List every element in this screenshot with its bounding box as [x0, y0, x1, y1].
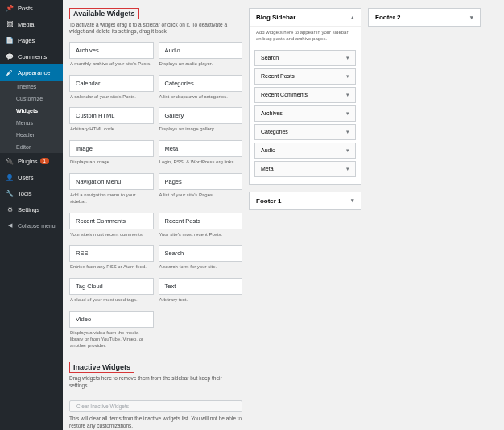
submenu-item[interactable]: Menus — [0, 117, 63, 129]
clear-note: This will clear all items from the inact… — [69, 416, 242, 429]
widget-handle[interactable]: Meta — [159, 140, 243, 157]
submenu-item[interactable]: Themes — [0, 81, 63, 93]
widget-desc: Entries from any RSS or Atom feed. — [69, 262, 154, 275]
chevron-down-icon: ▾ — [346, 147, 349, 154]
menu-label: Settings — [18, 206, 39, 213]
menu-appearance[interactable]: 🖌 Appearance — [0, 64, 63, 81]
submenu-item[interactable]: Editor — [0, 141, 63, 153]
available-widget: ArchivesA monthly archive of your site's… — [69, 42, 154, 72]
menu-icon: 👤 — [6, 173, 14, 181]
widget-handle[interactable]: Custom HTML — [69, 107, 154, 124]
chevron-up-icon: ▴ — [351, 14, 354, 21]
menu-label: Posts — [18, 5, 33, 12]
available-widget: Tag CloudA cloud of your most used tags. — [69, 278, 154, 308]
chevron-down-icon: ▾ — [346, 55, 349, 61]
widget-area-footer1: Footer 1 ▾ — [249, 192, 361, 210]
menu-label: Appearance — [18, 69, 50, 76]
placed-widget[interactable]: Recent Comments▾ — [254, 87, 356, 103]
widget-desc: A list of your site's Pages. — [159, 190, 243, 204]
menu-icon: 💬 — [6, 52, 14, 60]
submenu-item[interactable]: Widgets — [0, 105, 63, 117]
menu-icon: 📄 — [6, 36, 14, 44]
menu-item[interactable]: 📄Pages — [0, 32, 63, 48]
submenu-item[interactable]: Header — [0, 129, 63, 141]
menu-item[interactable]: 💬Comments — [0, 48, 63, 64]
widget-handle[interactable]: Text — [159, 278, 243, 295]
area-header[interactable]: Blog Sidebar ▴ — [250, 9, 361, 27]
placed-widget[interactable]: Audio▾ — [254, 143, 356, 159]
available-widget: CalendarA calendar of your site's Posts. — [69, 75, 154, 105]
available-widget: MetaLogin, RSS, & WordPress.org links. — [159, 140, 243, 171]
menu-icon: 🔌 — [6, 157, 14, 165]
area-desc: Add widgets here to appear in your sideb… — [250, 27, 361, 48]
collapse-label: Collapse menu — [18, 223, 56, 229]
widget-area-blog-sidebar: Blog Sidebar ▴ Add widgets here to appea… — [249, 8, 361, 185]
menu-item[interactable]: 🖾Media — [0, 16, 63, 32]
placed-widget[interactable]: Archives▾ — [254, 105, 356, 122]
available-widget: Custom HTMLArbitrary HTML code. — [69, 107, 154, 138]
widget-desc: Add a navigation menu to your sidebar. — [69, 190, 154, 210]
menu-item[interactable]: 🔌Plugins1 — [0, 153, 63, 169]
widget-handle[interactable]: Audio — [159, 42, 243, 59]
available-instructions: To activate a widget drag it to a sideba… — [69, 22, 242, 35]
area-title: Blog Sidebar — [256, 14, 295, 21]
update-badge: 1 — [40, 158, 49, 164]
widget-handle[interactable]: Recent Comments — [69, 213, 154, 229]
available-widget: CategoriesA list or dropdown of categori… — [159, 75, 243, 105]
menu-item[interactable]: ⚙Settings — [0, 201, 63, 217]
widget-handle[interactable]: Calendar — [69, 75, 154, 92]
appearance-submenu: ThemesCustomizeWidgetsMenusHeaderEditor — [0, 81, 63, 153]
chevron-down-icon: ▾ — [346, 110, 349, 117]
menu-item[interactable]: 📌Posts — [0, 0, 63, 16]
widget-area-footer2: Footer 2 ▾ — [368, 8, 481, 27]
inactive-instructions: Drag widgets here to remove them from th… — [69, 375, 242, 389]
widget-handle[interactable]: Tag Cloud — [69, 278, 154, 295]
menu-label: Tools — [18, 190, 32, 197]
widget-handle[interactable]: Video — [69, 311, 154, 328]
chevron-down-icon: ▾ — [351, 197, 354, 204]
widget-handle[interactable]: Archives — [69, 42, 154, 59]
widget-desc: Your site's most recent Posts. — [159, 229, 243, 243]
widget-handle[interactable]: Recent Posts — [159, 213, 243, 229]
collapse-menu[interactable]: ◀ Collapse menu — [0, 217, 63, 234]
widget-handle[interactable]: RSS — [69, 245, 154, 262]
placed-widget-label: Categories — [261, 129, 288, 134]
widget-desc: A calendar of your site's Posts. — [69, 92, 154, 105]
available-widget: Navigation MenuAdd a navigation menu to … — [69, 173, 154, 210]
widget-handle[interactable]: Search — [159, 245, 243, 262]
widget-desc: Displays an image. — [69, 157, 154, 171]
widget-handle[interactable]: Gallery — [159, 107, 243, 124]
widget-handle[interactable]: Categories — [159, 75, 243, 92]
placed-widget[interactable]: Categories▾ — [254, 124, 356, 140]
widget-handle[interactable]: Image — [69, 140, 154, 157]
menu-label: Pages — [18, 37, 35, 44]
widget-desc: Arbitrary HTML code. — [69, 124, 154, 138]
available-widget: SearchA search form for your site. — [159, 245, 243, 275]
available-widget: ImageDisplays an image. — [69, 140, 154, 171]
submenu-item[interactable]: Customize — [0, 93, 63, 105]
widget-desc: Displays an image gallery. — [159, 124, 243, 138]
area-title: Footer 2 — [375, 14, 401, 21]
brush-icon: 🖌 — [6, 68, 14, 76]
menu-item[interactable]: 🔧Tools — [0, 185, 63, 201]
available-widgets-grid: ArchivesA monthly archive of your site's… — [69, 42, 242, 354]
placed-widget[interactable]: Recent Posts▾ — [254, 68, 356, 85]
clear-inactive-button[interactable]: Clear Inactive Widgets — [69, 400, 242, 412]
available-widgets-heading: Available Widgets — [69, 8, 139, 19]
placed-widget[interactable]: Search▾ — [254, 50, 356, 66]
menu-item[interactable]: 👤Users — [0, 169, 63, 185]
widget-handle[interactable]: Pages — [159, 173, 243, 190]
chevron-down-icon: ▾ — [470, 14, 473, 21]
widget-handle[interactable]: Navigation Menu — [69, 173, 154, 190]
available-widget: Recent CommentsYour site's most recent c… — [69, 213, 154, 243]
area-header[interactable]: Footer 2 ▾ — [369, 9, 480, 26]
available-widget: AudioDisplays an audio player. — [159, 42, 243, 72]
menu-label: Plugins — [18, 158, 38, 165]
area-header[interactable]: Footer 1 ▾ — [250, 192, 361, 209]
inactive-widgets-heading: Inactive Widgets — [69, 362, 134, 373]
widget-desc: Displays an audio player. — [159, 59, 243, 72]
admin-sidebar: 📌Posts🖾Media📄Pages💬Comments 🖌 Appearance… — [0, 0, 63, 430]
placed-widget[interactable]: Meta▾ — [254, 161, 356, 177]
widget-desc: A list or dropdown of categories. — [159, 92, 243, 105]
available-widget: GalleryDisplays an image gallery. — [159, 107, 243, 138]
